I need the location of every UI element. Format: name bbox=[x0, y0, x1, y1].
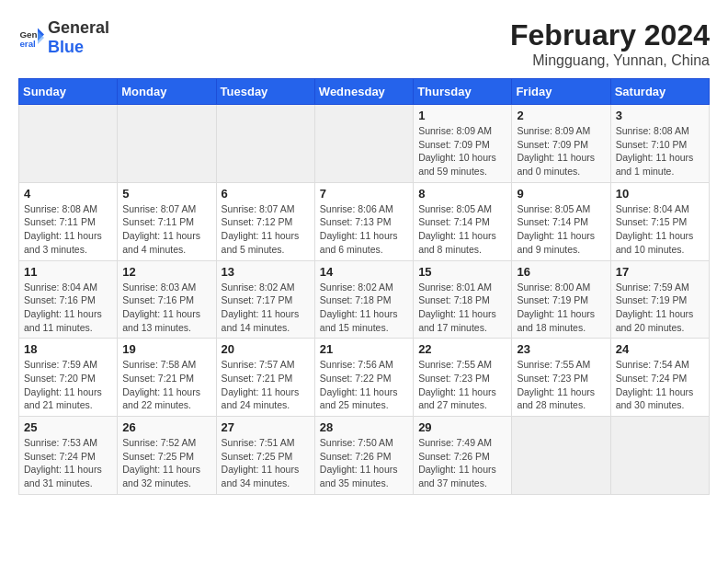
header-friday: Friday bbox=[512, 79, 610, 105]
header-row: SundayMondayTuesdayWednesdayThursdayFrid… bbox=[19, 79, 710, 105]
week-row-5: 25Sunrise: 7:53 AMSunset: 7:24 PMDayligh… bbox=[19, 417, 710, 495]
day-info: Sunrise: 8:07 AMSunset: 7:11 PMDaylight:… bbox=[122, 202, 210, 257]
day-number: 11 bbox=[24, 265, 112, 279]
day-number: 2 bbox=[517, 109, 605, 122]
calendar-cell bbox=[512, 417, 610, 495]
calendar-cell: 7Sunrise: 8:06 AMSunset: 7:13 PMDaylight… bbox=[314, 182, 413, 260]
day-info: Sunrise: 8:06 AMSunset: 7:13 PMDaylight:… bbox=[320, 202, 408, 257]
day-number: 25 bbox=[24, 420, 112, 434]
day-number: 9 bbox=[517, 187, 605, 201]
calendar-table: SundayMondayTuesdayWednesdayThursdayFrid… bbox=[18, 78, 710, 495]
logo-general: General bbox=[48, 18, 109, 37]
page-header: Gen eral General Blue February 2024 Ming… bbox=[18, 18, 710, 69]
day-info: Sunrise: 8:03 AMSunset: 7:16 PMDaylight:… bbox=[122, 281, 210, 335]
day-info: Sunrise: 7:57 AMSunset: 7:21 PMDaylight:… bbox=[222, 358, 310, 412]
calendar-cell: 20Sunrise: 7:57 AMSunset: 7:21 PMDayligh… bbox=[216, 339, 314, 417]
logo-blue: Blue bbox=[48, 38, 84, 56]
day-info: Sunrise: 7:50 AMSunset: 7:26 PMDaylight:… bbox=[320, 436, 408, 490]
main-title: February 2024 bbox=[510, 18, 710, 52]
calendar-cell: 13Sunrise: 8:02 AMSunset: 7:17 PMDayligh… bbox=[216, 260, 314, 339]
calendar-cell: 18Sunrise: 7:59 AMSunset: 7:20 PMDayligh… bbox=[19, 339, 118, 417]
calendar-cell: 2Sunrise: 8:09 AMSunset: 7:09 PMDaylight… bbox=[512, 105, 610, 183]
calendar-cell: 1Sunrise: 8:09 AMSunset: 7:09 PMDaylight… bbox=[414, 105, 512, 183]
day-info: Sunrise: 7:52 AMSunset: 7:25 PMDaylight:… bbox=[122, 436, 210, 490]
day-number: 14 bbox=[320, 265, 408, 279]
day-info: Sunrise: 8:09 AMSunset: 7:09 PMDaylight:… bbox=[517, 124, 605, 178]
day-info: Sunrise: 8:08 AMSunset: 7:11 PMDaylight:… bbox=[24, 202, 112, 257]
day-number: 21 bbox=[320, 342, 408, 356]
calendar-cell bbox=[314, 105, 413, 183]
day-number: 4 bbox=[24, 187, 112, 201]
calendar-cell bbox=[216, 105, 314, 183]
day-number: 28 bbox=[320, 420, 408, 434]
calendar-cell: 19Sunrise: 7:58 AMSunset: 7:21 PMDayligh… bbox=[118, 339, 216, 417]
day-info: Sunrise: 7:54 AMSunset: 7:24 PMDaylight:… bbox=[616, 358, 704, 412]
calendar-cell: 23Sunrise: 7:55 AMSunset: 7:23 PMDayligh… bbox=[512, 339, 610, 417]
calendar-cell: 5Sunrise: 8:07 AMSunset: 7:11 PMDaylight… bbox=[118, 182, 216, 260]
day-info: Sunrise: 7:56 AMSunset: 7:22 PMDaylight:… bbox=[320, 358, 408, 412]
subtitle: Mingguang, Yunnan, China bbox=[510, 52, 710, 69]
week-row-2: 4Sunrise: 8:08 AMSunset: 7:11 PMDaylight… bbox=[19, 182, 710, 260]
calendar-cell: 3Sunrise: 8:08 AMSunset: 7:10 PMDaylight… bbox=[610, 105, 709, 183]
day-info: Sunrise: 8:05 AMSunset: 7:14 PMDaylight:… bbox=[418, 202, 506, 257]
day-number: 23 bbox=[517, 342, 605, 356]
calendar-cell: 12Sunrise: 8:03 AMSunset: 7:16 PMDayligh… bbox=[118, 260, 216, 339]
calendar-cell: 29Sunrise: 7:49 AMSunset: 7:26 PMDayligh… bbox=[414, 417, 512, 495]
day-number: 18 bbox=[24, 342, 112, 356]
day-info: Sunrise: 8:01 AMSunset: 7:18 PMDaylight:… bbox=[418, 281, 506, 335]
day-number: 15 bbox=[418, 265, 506, 279]
calendar-cell bbox=[610, 417, 709, 495]
header-thursday: Thursday bbox=[414, 79, 512, 105]
calendar-cell: 6Sunrise: 8:07 AMSunset: 7:12 PMDaylight… bbox=[216, 182, 314, 260]
calendar-cell: 17Sunrise: 7:59 AMSunset: 7:19 PMDayligh… bbox=[610, 260, 709, 339]
calendar-cell bbox=[118, 105, 216, 183]
day-info: Sunrise: 8:08 AMSunset: 7:10 PMDaylight:… bbox=[616, 124, 704, 178]
calendar-cell: 28Sunrise: 7:50 AMSunset: 7:26 PMDayligh… bbox=[314, 417, 413, 495]
day-info: Sunrise: 7:55 AMSunset: 7:23 PMDaylight:… bbox=[517, 358, 605, 412]
calendar-cell: 27Sunrise: 7:51 AMSunset: 7:25 PMDayligh… bbox=[216, 417, 314, 495]
logo: Gen eral General Blue bbox=[18, 18, 109, 57]
day-info: Sunrise: 8:05 AMSunset: 7:14 PMDaylight:… bbox=[517, 202, 605, 257]
header-wednesday: Wednesday bbox=[314, 79, 413, 105]
day-number: 17 bbox=[616, 265, 704, 279]
calendar-cell: 14Sunrise: 8:02 AMSunset: 7:18 PMDayligh… bbox=[314, 260, 413, 339]
calendar-cell: 25Sunrise: 7:53 AMSunset: 7:24 PMDayligh… bbox=[19, 417, 118, 495]
day-info: Sunrise: 8:07 AMSunset: 7:12 PMDaylight:… bbox=[222, 202, 310, 257]
header-tuesday: Tuesday bbox=[216, 79, 314, 105]
calendar-cell bbox=[19, 105, 118, 183]
day-number: 6 bbox=[222, 187, 310, 201]
calendar-cell: 10Sunrise: 8:04 AMSunset: 7:15 PMDayligh… bbox=[610, 182, 709, 260]
calendar-cell: 22Sunrise: 7:55 AMSunset: 7:23 PMDayligh… bbox=[414, 339, 512, 417]
day-info: Sunrise: 8:09 AMSunset: 7:09 PMDaylight:… bbox=[418, 124, 506, 178]
day-number: 3 bbox=[616, 109, 704, 122]
day-number: 24 bbox=[616, 342, 704, 356]
day-info: Sunrise: 7:59 AMSunset: 7:19 PMDaylight:… bbox=[616, 281, 704, 335]
day-number: 22 bbox=[418, 342, 506, 356]
day-number: 16 bbox=[517, 265, 605, 279]
calendar-cell: 8Sunrise: 8:05 AMSunset: 7:14 PMDaylight… bbox=[414, 182, 512, 260]
calendar-cell: 11Sunrise: 8:04 AMSunset: 7:16 PMDayligh… bbox=[19, 260, 118, 339]
day-number: 8 bbox=[418, 187, 506, 201]
day-number: 10 bbox=[616, 187, 704, 201]
header-saturday: Saturday bbox=[610, 79, 709, 105]
calendar-cell: 26Sunrise: 7:52 AMSunset: 7:25 PMDayligh… bbox=[118, 417, 216, 495]
day-info: Sunrise: 7:49 AMSunset: 7:26 PMDaylight:… bbox=[418, 436, 506, 490]
day-number: 12 bbox=[122, 265, 210, 279]
title-area: February 2024 Mingguang, Yunnan, China bbox=[510, 18, 710, 69]
day-info: Sunrise: 8:04 AMSunset: 7:15 PMDaylight:… bbox=[616, 202, 704, 257]
day-info: Sunrise: 7:55 AMSunset: 7:23 PMDaylight:… bbox=[418, 358, 506, 412]
svg-text:eral: eral bbox=[19, 39, 36, 49]
day-info: Sunrise: 8:04 AMSunset: 7:16 PMDaylight:… bbox=[24, 281, 112, 335]
day-number: 7 bbox=[320, 187, 408, 201]
day-info: Sunrise: 7:58 AMSunset: 7:21 PMDaylight:… bbox=[122, 358, 210, 412]
calendar-cell: 21Sunrise: 7:56 AMSunset: 7:22 PMDayligh… bbox=[314, 339, 413, 417]
day-number: 13 bbox=[222, 265, 310, 279]
day-info: Sunrise: 7:53 AMSunset: 7:24 PMDaylight:… bbox=[24, 436, 112, 490]
day-info: Sunrise: 7:59 AMSunset: 7:20 PMDaylight:… bbox=[24, 358, 112, 412]
day-info: Sunrise: 8:00 AMSunset: 7:19 PMDaylight:… bbox=[517, 281, 605, 335]
week-row-1: 1Sunrise: 8:09 AMSunset: 7:09 PMDaylight… bbox=[19, 105, 710, 183]
calendar-cell: 9Sunrise: 8:05 AMSunset: 7:14 PMDaylight… bbox=[512, 182, 610, 260]
day-number: 29 bbox=[418, 420, 506, 434]
week-row-3: 11Sunrise: 8:04 AMSunset: 7:16 PMDayligh… bbox=[19, 260, 710, 339]
day-info: Sunrise: 7:51 AMSunset: 7:25 PMDaylight:… bbox=[222, 436, 310, 490]
